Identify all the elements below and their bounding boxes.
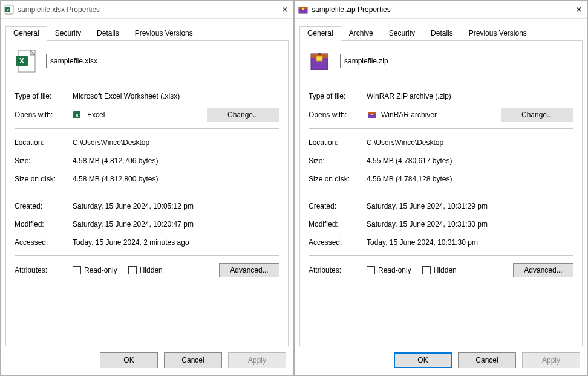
- window-title: samplefile.zip Properties: [312, 5, 558, 14]
- size-value: 4.55 MB (4,780,617 bytes): [367, 157, 573, 165]
- ok-button[interactable]: OK: [100, 352, 158, 368]
- svg-rect-10: [302, 8, 304, 10]
- filename-input[interactable]: [46, 54, 279, 68]
- tab-previous-versions[interactable]: Previous Versions: [127, 26, 201, 41]
- created-label: Created:: [309, 202, 367, 210]
- accessed-label: Accessed:: [309, 238, 367, 247]
- close-button[interactable]: ✕: [558, 5, 583, 15]
- size-on-disk-value: 4.56 MB (4,784,128 bytes): [367, 175, 573, 183]
- svg-rect-17: [371, 114, 373, 115]
- checkbox-box-icon: [73, 266, 81, 274]
- readonly-label: Read-only: [84, 266, 117, 274]
- svg-text:X: X: [75, 112, 79, 118]
- tab-strip: General Security Details Previous Versio…: [5, 26, 289, 41]
- cancel-button[interactable]: Cancel: [458, 352, 516, 368]
- accessed-value: Today, 15 June 2024, 2 minutes ago: [73, 238, 279, 247]
- tab-archive[interactable]: Archive: [341, 26, 381, 41]
- excel-file-icon: X: [4, 5, 14, 15]
- excel-app-icon: X: [73, 109, 83, 120]
- close-button[interactable]: ✕: [264, 5, 289, 15]
- size-value: 4.58 MB (4,812,706 bytes): [73, 157, 279, 165]
- modified-value: Saturday, 15 June 2024, 10:20:47 pm: [73, 220, 279, 229]
- created-value: Saturday, 15 June 2024, 10:31:29 pm: [367, 202, 573, 210]
- svg-rect-13: [316, 56, 322, 61]
- change-button[interactable]: Change...: [501, 108, 573, 122]
- type-value: WinRAR ZIP archive (.zip): [367, 92, 573, 100]
- readonly-checkbox[interactable]: Read-only: [367, 266, 411, 274]
- excel-document-icon: X: [15, 49, 36, 73]
- hidden-checkbox[interactable]: Hidden: [422, 266, 457, 274]
- checkbox-box-icon: [128, 266, 137, 274]
- ok-button[interactable]: OK: [394, 352, 452, 368]
- size-label: Size:: [309, 157, 367, 165]
- titlebar: X samplefile.xlsx Properties ✕: [1, 1, 293, 19]
- svg-rect-14: [318, 53, 321, 55]
- change-button[interactable]: Change...: [207, 108, 279, 122]
- size-on-disk-label: Size on disk:: [15, 175, 73, 183]
- type-label: Type of file:: [309, 92, 367, 100]
- checkbox-box-icon: [367, 266, 375, 274]
- hidden-label: Hidden: [140, 266, 163, 274]
- created-value: Saturday, 15 June 2024, 10:05:12 pm: [73, 202, 279, 210]
- dialog-buttons: OK Cancel Apply: [295, 346, 587, 375]
- size-label: Size:: [15, 157, 73, 165]
- tab-previous-versions[interactable]: Previous Versions: [461, 26, 535, 41]
- general-panel: X Type of file: Microsoft Excel Workshee…: [5, 41, 289, 346]
- window-title: samplefile.xlsx Properties: [18, 5, 264, 14]
- properties-dialog-zip: samplefile.zip Properties ✕ General Arch…: [294, 0, 588, 376]
- advanced-button[interactable]: Advanced...: [219, 263, 279, 277]
- opens-with-value: Excel: [87, 111, 201, 119]
- tab-general[interactable]: General: [299, 26, 341, 41]
- checkbox-box-icon: [422, 266, 431, 274]
- modified-value: Saturday, 15 June 2024, 10:31:30 pm: [367, 220, 573, 229]
- advanced-button[interactable]: Advanced...: [513, 263, 573, 277]
- size-on-disk-value: 4.58 MB (4,812,800 bytes): [73, 175, 279, 183]
- dialog-buttons: OK Cancel Apply: [1, 346, 293, 375]
- properties-dialog-xlsx: X samplefile.xlsx Properties ✕ General S…: [0, 0, 294, 376]
- filename-input[interactable]: [340, 54, 573, 68]
- location-label: Location:: [15, 138, 73, 147]
- tab-details[interactable]: Details: [89, 26, 127, 41]
- apply-button[interactable]: Apply: [228, 352, 286, 368]
- apply-button[interactable]: Apply: [522, 352, 580, 368]
- readonly-checkbox[interactable]: Read-only: [73, 266, 117, 274]
- tab-security[interactable]: Security: [47, 26, 89, 41]
- general-panel: Type of file: WinRAR ZIP archive (.zip) …: [299, 41, 583, 346]
- svg-text:X: X: [7, 8, 9, 11]
- attributes-label: Attributes:: [309, 266, 367, 274]
- accessed-label: Accessed:: [15, 238, 73, 247]
- tab-strip: General Archive Security Details Previou…: [299, 26, 583, 41]
- location-value: C:\Users\Vince\Desktop: [367, 138, 573, 147]
- size-on-disk-label: Size on disk:: [309, 175, 367, 183]
- cancel-button[interactable]: Cancel: [164, 352, 222, 368]
- hidden-checkbox[interactable]: Hidden: [128, 266, 163, 274]
- tab-general[interactable]: General: [5, 26, 47, 41]
- tab-details[interactable]: Details: [423, 26, 461, 41]
- winrar-file-icon: [298, 5, 308, 15]
- modified-label: Modified:: [309, 220, 367, 229]
- titlebar: samplefile.zip Properties ✕: [295, 1, 587, 19]
- svg-text:X: X: [19, 57, 24, 65]
- opens-with-value: WinRAR archiver: [381, 111, 495, 119]
- location-value: C:\Users\Vince\Desktop: [73, 138, 279, 147]
- accessed-value: Today, 15 June 2024, 10:31:30 pm: [367, 238, 573, 247]
- modified-label: Modified:: [15, 220, 73, 229]
- created-label: Created:: [15, 202, 73, 210]
- type-label: Type of file:: [15, 92, 73, 100]
- opens-with-label: Opens with:: [309, 111, 367, 119]
- winrar-app-icon: [367, 109, 377, 120]
- location-label: Location:: [309, 138, 367, 147]
- readonly-label: Read-only: [378, 266, 411, 274]
- opens-with-label: Opens with:: [15, 111, 73, 119]
- tab-security[interactable]: Security: [381, 26, 423, 41]
- hidden-label: Hidden: [434, 266, 457, 274]
- attributes-label: Attributes:: [15, 266, 73, 274]
- type-value: Microsoft Excel Worksheet (.xlsx): [73, 92, 279, 100]
- winrar-archive-icon: [309, 49, 330, 73]
